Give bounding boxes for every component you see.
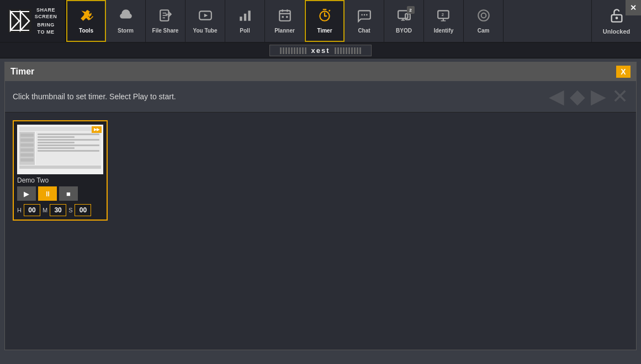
timer-instruction-text: Click thumbnail to set timer. Select Pla… bbox=[13, 92, 176, 101]
thumb-bottombar bbox=[19, 165, 101, 169]
svg-rect-14 bbox=[248, 10, 250, 20]
timer-content-area: ▶▶ Demo Two ▶ ⏸ ■ H M S bbox=[5, 113, 636, 350]
byod-icon: 2 bbox=[397, 8, 411, 26]
chat-icon bbox=[357, 8, 372, 26]
seconds-label: S bbox=[68, 207, 72, 213]
timer-header: Timer X bbox=[5, 62, 636, 81]
arrow-diamond-icon: ◆ bbox=[570, 87, 585, 106]
thumb-main bbox=[36, 132, 101, 165]
nav-item-fileshare[interactable]: File Share bbox=[146, 0, 186, 42]
timer-panel-title: Timer bbox=[10, 67, 34, 77]
planner-label: Planner bbox=[274, 28, 295, 34]
timer-card-name: Demo Two bbox=[17, 176, 103, 184]
minutes-label: M bbox=[43, 207, 47, 213]
arrow-x-icon: ✕ bbox=[612, 87, 628, 106]
hours-label: H bbox=[17, 207, 22, 213]
storm-icon bbox=[119, 8, 133, 26]
svg-text:2: 2 bbox=[441, 12, 443, 17]
nav-item-storm[interactable]: Storm bbox=[106, 0, 146, 42]
nav-item-cam[interactable]: Cam bbox=[464, 0, 504, 42]
play-icon: ▶ bbox=[24, 190, 29, 198]
nav-item-identify[interactable]: 2 Identify bbox=[424, 0, 464, 42]
app-logo-icon bbox=[8, 9, 31, 33]
nav-item-chat[interactable]: Chat bbox=[345, 0, 384, 42]
timer-instruction-bar: Click thumbnail to set timer. Select Pla… bbox=[5, 81, 636, 113]
arrow-right-icon: ▶ bbox=[591, 87, 606, 106]
timer-icon bbox=[317, 8, 332, 26]
cam-label: Cam bbox=[478, 28, 490, 34]
tools-icon bbox=[79, 8, 93, 26]
byod-badge-number: 2 bbox=[407, 6, 415, 14]
unlocked-label: Unlocked bbox=[603, 28, 631, 35]
timer-label: Timer bbox=[317, 28, 332, 34]
svg-point-28 bbox=[366, 14, 368, 16]
svg-rect-29 bbox=[398, 10, 407, 18]
timer-thumbnail[interactable]: ▶▶ bbox=[17, 125, 103, 174]
logo-area: SHARE SCREEN BRING TO ME bbox=[0, 0, 66, 42]
nav-item-youtube[interactable]: You Tube bbox=[186, 0, 225, 42]
xest-logo-text: xest bbox=[311, 46, 330, 55]
xest-right-bars bbox=[335, 47, 361, 54]
hours-input[interactable] bbox=[24, 204, 40, 216]
planner-icon bbox=[278, 8, 292, 26]
fileshare-label: File Share bbox=[152, 28, 179, 34]
arrow-left-icon: ◀ bbox=[549, 87, 564, 106]
svg-point-26 bbox=[361, 14, 363, 16]
timer-close-button[interactable]: X bbox=[616, 66, 631, 78]
thumb-badge: ▶▶ bbox=[92, 126, 102, 133]
xest-left-bars bbox=[280, 47, 306, 54]
youtube-label: You Tube bbox=[193, 28, 217, 34]
nav-item-byod[interactable]: 2 BYOD bbox=[384, 0, 424, 42]
poll-icon bbox=[238, 8, 252, 26]
svg-point-27 bbox=[363, 14, 365, 16]
seconds-input[interactable] bbox=[75, 204, 91, 216]
fileshare-icon bbox=[158, 8, 173, 26]
svg-line-25 bbox=[329, 10, 330, 11]
share-screen-label: SHARE SCREEN bbox=[35, 7, 57, 20]
poll-label: Poll bbox=[240, 28, 250, 34]
thumb-sidebar bbox=[19, 132, 35, 165]
logo-text[interactable]: SHARE SCREEN BRING TO ME bbox=[35, 7, 57, 35]
svg-point-37 bbox=[478, 10, 489, 21]
timer-hms: H M S bbox=[17, 204, 103, 216]
xest-banner-inner: xest bbox=[269, 45, 371, 56]
unlocked-icon bbox=[609, 8, 624, 26]
nav-item-poll[interactable]: Poll bbox=[225, 0, 265, 42]
thumb-row bbox=[19, 132, 101, 165]
youtube-icon bbox=[198, 8, 213, 26]
play-button[interactable]: ▶ bbox=[17, 186, 36, 201]
timer-arrows-decoration: ◀ ◆ ▶ ✕ bbox=[549, 87, 628, 106]
thumb-topbar bbox=[19, 127, 101, 131]
svg-marker-11 bbox=[204, 14, 208, 18]
xest-banner: xest bbox=[0, 43, 641, 58]
pause-icon: ⏸ bbox=[44, 190, 51, 198]
svg-rect-20 bbox=[286, 16, 288, 18]
byod-label: BYOD bbox=[396, 28, 412, 34]
nav-item-timer[interactable]: Timer bbox=[305, 0, 345, 42]
chat-label: Chat bbox=[358, 28, 370, 34]
stop-icon: ■ bbox=[66, 190, 71, 198]
identify-icon: 2 bbox=[437, 8, 451, 26]
bring-to-me-label: BRING TO ME bbox=[37, 22, 55, 35]
timer-controls: ▶ ⏸ ■ bbox=[17, 186, 103, 201]
stop-button[interactable]: ■ bbox=[59, 186, 78, 201]
svg-rect-15 bbox=[279, 10, 290, 20]
pause-button[interactable]: ⏸ bbox=[38, 186, 57, 201]
svg-point-40 bbox=[615, 17, 618, 19]
nav-item-tools[interactable]: Tools bbox=[66, 0, 106, 42]
svg-rect-12 bbox=[240, 17, 242, 21]
nav-item-planner[interactable]: Planner bbox=[265, 0, 305, 42]
timer-panel: Timer X Click thumbnail to set timer. Se… bbox=[4, 62, 637, 350]
tools-label: Tools bbox=[79, 28, 93, 34]
thumbnail-mock: ▶▶ bbox=[17, 125, 103, 174]
window-close-button[interactable]: ✕ bbox=[626, 0, 641, 15]
svg-rect-19 bbox=[282, 16, 283, 18]
svg-point-38 bbox=[481, 13, 486, 18]
minutes-input[interactable] bbox=[50, 204, 66, 216]
storm-label: Storm bbox=[118, 28, 134, 34]
top-bar: SHARE SCREEN BRING TO ME Tools Storm Fil… bbox=[0, 0, 641, 43]
identify-label: Identify bbox=[434, 28, 454, 34]
timer-card[interactable]: ▶▶ Demo Two ▶ ⏸ ■ H M S bbox=[13, 120, 108, 221]
svg-rect-13 bbox=[243, 14, 246, 21]
cam-icon bbox=[476, 8, 491, 26]
